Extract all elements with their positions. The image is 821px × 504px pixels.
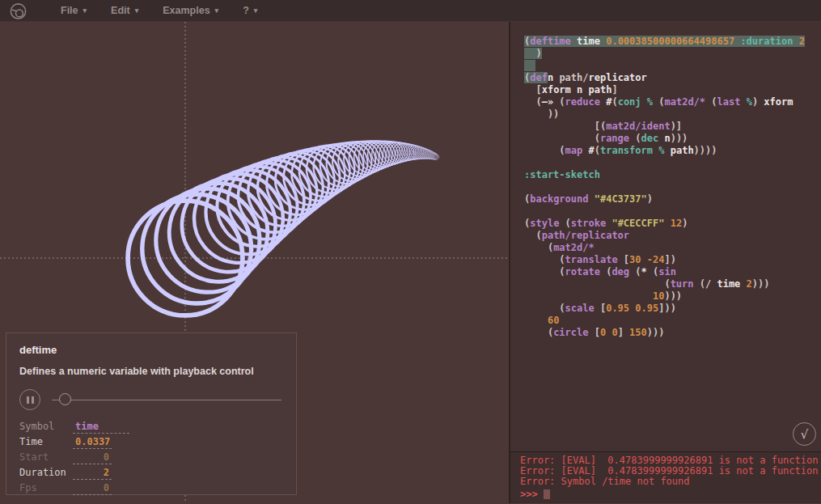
code-token[interactable]: [( <box>524 121 606 132</box>
code-token[interactable]: # <box>589 145 595 156</box>
code-line[interactable] <box>524 157 821 169</box>
code-token[interactable]: :duration <box>740 36 793 47</box>
code-token[interactable]: 0.00038500000664498657 <box>606 36 734 47</box>
code-token[interactable] <box>571 84 577 95</box>
code-token[interactable]: [ <box>588 327 599 338</box>
menu-file[interactable]: File▾ <box>49 5 99 16</box>
code-token[interactable]: ) <box>752 96 764 108</box>
code-token[interactable]: sin <box>658 266 676 277</box>
code-token[interactable]: path <box>589 84 612 95</box>
code-token[interactable]: ))) <box>664 290 682 302</box>
code-token[interactable]: translate <box>565 254 618 265</box>
code-token[interactable]: % <box>747 96 752 108</box>
code-token[interactable] <box>740 96 746 108</box>
menu-examples[interactable]: Examples▾ <box>150 5 231 16</box>
code-token[interactable]: background <box>530 193 588 205</box>
code-token[interactable]: n <box>664 133 670 144</box>
code-token[interactable]: ( <box>524 133 600 144</box>
code-token[interactable]: xform <box>542 84 571 95</box>
code-token[interactable] <box>641 96 647 108</box>
menu-edit[interactable]: Edit▾ <box>99 5 150 16</box>
code-token[interactable]: mat2d/* <box>664 96 705 108</box>
code-token[interactable]: style <box>530 218 559 229</box>
code-token[interactable] <box>582 145 588 156</box>
code-line[interactable]: (translate [30 -24]) <box>524 254 821 266</box>
field-value-start[interactable]: 0 <box>73 451 112 464</box>
code-token[interactable]: deftime <box>530 36 571 47</box>
code-token[interactable]: ( <box>524 242 553 253</box>
code-token[interactable]: 2 <box>747 278 752 290</box>
code-token[interactable]: scale <box>565 303 595 314</box>
code-token[interactable]: turn <box>671 278 694 290</box>
code-token[interactable]: % <box>647 96 653 108</box>
code-token[interactable]: ))) <box>752 278 770 290</box>
code-token[interactable]: time <box>577 36 600 47</box>
code-token[interactable]: ) <box>647 193 653 205</box>
code-token[interactable]: rotate <box>565 266 600 277</box>
code-token[interactable] <box>524 315 548 326</box>
code-token[interactable]: map <box>565 145 583 156</box>
field-value-symbol[interactable]: time <box>73 421 129 434</box>
code-token[interactable]: ( <box>524 230 542 241</box>
code-line[interactable]: (turn (/ time 2))) <box>524 278 821 290</box>
code-token[interactable] <box>524 290 653 302</box>
code-token[interactable]: 10 <box>653 290 664 302</box>
code-token[interactable]: ( <box>705 96 717 108</box>
code-token[interactable]: mat2d/* <box>553 242 595 253</box>
code-line[interactable] <box>524 181 821 193</box>
code-token[interactable] <box>793 36 798 47</box>
eval-button[interactable]: √ <box>793 422 816 446</box>
code-line[interactable]: )) <box>524 108 821 121</box>
field-value-fps[interactable]: 0 <box>73 482 112 495</box>
code-token[interactable]: transform <box>600 145 653 156</box>
code-token[interactable]: path/ <box>553 72 588 83</box>
field-value-time[interactable]: 0.0337 <box>73 436 112 449</box>
code-token[interactable]: ))) <box>647 327 665 338</box>
code-line[interactable]: 60 <box>524 315 821 327</box>
code-token[interactable]: )))) <box>694 145 717 156</box>
code-token[interactable]: 60 <box>548 315 559 326</box>
code-token[interactable]: ) <box>682 218 688 229</box>
time-slider[interactable] <box>52 389 281 410</box>
code-token[interactable]: (/ <box>694 278 717 290</box>
code-token[interactable]: ]) <box>664 254 675 265</box>
code-token[interactable] <box>664 145 670 156</box>
code-line[interactable]: 10))) <box>524 290 821 303</box>
code-line[interactable]: (path/replicator <box>524 230 821 242</box>
code-token[interactable]: path/replicator <box>542 230 629 241</box>
field-value-duration[interactable]: 2 <box>73 467 112 480</box>
code-token[interactable]: ) <box>524 48 542 59</box>
code-token[interactable] <box>571 36 577 47</box>
code-token[interactable]: time <box>717 278 740 290</box>
code-line[interactable]: (—» (reduce #(conj % (mat2d/* (last %) x… <box>524 96 821 108</box>
code-token[interactable]: ] <box>612 84 617 95</box>
code-line[interactable]: (deftime time 0.00038500000664498657 :du… <box>524 36 821 48</box>
code-token[interactable]: 0.95 <box>606 303 629 314</box>
code-token[interactable]: circle <box>553 327 588 338</box>
code-token[interactable]: xform <box>764 96 793 108</box>
slider-knob[interactable] <box>59 393 71 405</box>
code-token[interactable]: ( <box>629 133 641 144</box>
code-token[interactable]: ( <box>629 266 641 277</box>
code-token[interactable] <box>524 60 535 71</box>
code-token[interactable]: "#CECCFF" <box>612 218 664 229</box>
code-token[interactable]: 150 <box>629 327 647 338</box>
code-line[interactable] <box>524 60 821 72</box>
code-token[interactable]: [ <box>524 84 542 95</box>
code-token[interactable]: stroke <box>571 218 606 229</box>
code-token[interactable]: 0.95 <box>635 303 658 314</box>
slider-track[interactable] <box>52 400 281 400</box>
code-token[interactable]: ( <box>524 327 553 338</box>
code-editor[interactable]: (deftime time 0.00038500000664498657 :du… <box>510 22 821 451</box>
code-token[interactable]: mat2d/ident <box>606 121 670 132</box>
code-token[interactable]: * <box>641 266 647 277</box>
code-line[interactable]: (style (stroke "#CECCFF" 12) <box>524 218 821 230</box>
code-line[interactable]: [(mat2d/ident)] <box>524 121 821 133</box>
code-token[interactable] <box>740 278 746 290</box>
code-token[interactable]: conj <box>618 96 641 108</box>
code-token[interactable] <box>582 84 588 95</box>
code-token[interactable]: 12 <box>671 218 682 229</box>
code-token[interactable] <box>664 218 670 229</box>
code-token[interactable]: ( <box>595 145 600 156</box>
code-token[interactable]: )) <box>524 108 559 120</box>
